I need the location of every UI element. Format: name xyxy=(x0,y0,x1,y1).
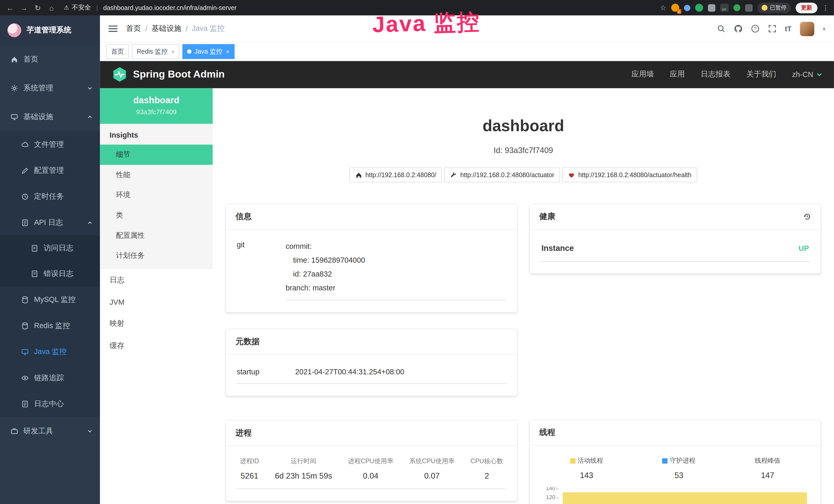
sidebar-item-file-mgmt[interactable]: 文件管理 xyxy=(0,131,100,157)
extension-grid-icon[interactable] xyxy=(708,4,715,12)
sba-nav-journal[interactable]: 日志报表 xyxy=(701,70,730,79)
sidebar-item-infrastructure[interactable]: 基础设施 xyxy=(0,103,100,132)
sba-nav-wallboard[interactable]: 应用墙 xyxy=(632,70,654,79)
sidebar-item-system-mgmt[interactable]: 系统管理 xyxy=(0,74,100,103)
sba-menu-logs[interactable]: 日志 xyxy=(100,269,213,292)
extension-drop-icon[interactable] xyxy=(684,5,690,11)
tab-java-monitor[interactable]: Java 监控 × xyxy=(183,44,234,59)
bookmark-star-icon[interactable]: ☆ xyxy=(660,4,666,12)
metadata-card-body: startup 2021-04-27T00:44:31.254+08:00 xyxy=(226,355,517,396)
sba-menu-metrics[interactable]: 性能 xyxy=(100,165,213,185)
sidebar-item-java-monitor[interactable]: Java 监控 xyxy=(0,339,100,365)
browser-menu-icon[interactable]: ⋮ xyxy=(822,4,829,12)
tab-label: Redis 监控 xyxy=(137,47,168,56)
sidebar-item-label: 基础设施 xyxy=(23,112,53,122)
browser-home-icon[interactable]: ⌂ xyxy=(47,3,56,12)
address-bar[interactable]: ⚠ 不安全 | dashboard.yudao.iocoder.cn/infra… xyxy=(64,3,237,12)
sba-menu-details[interactable]: 细节 xyxy=(100,144,213,165)
on-badge: on xyxy=(720,7,728,11)
legend-value: 147 xyxy=(755,471,780,480)
sba-menu-scheduled-tasks[interactable]: 计划任务 xyxy=(100,246,213,266)
sba-menu-jvm[interactable]: JVM xyxy=(100,292,213,313)
font-size-icon[interactable]: tT xyxy=(785,25,791,33)
health-url-link[interactable]: http://192.168.0.2:48080/actuator/health xyxy=(562,168,697,183)
app-title: 芋道管理系统 xyxy=(27,25,71,35)
sidebar-item-label: 配置管理 xyxy=(34,166,64,175)
extension-on-switch-icon[interactable]: on xyxy=(720,4,728,12)
help-icon[interactable]: ? xyxy=(751,25,759,33)
tab-redis-monitor[interactable]: Redis 监控 × xyxy=(132,44,179,59)
extension-puzzle-icon[interactable] xyxy=(745,4,752,12)
breadcrumb-current: Java 监控 xyxy=(192,24,224,33)
metadata-card-title: 元数据 xyxy=(236,337,259,347)
sba-nav-about[interactable]: 关于我们 xyxy=(746,70,776,79)
info-value: commit: time: 1596289704000 id: 27aa832 … xyxy=(286,239,506,300)
database-icon xyxy=(21,296,29,303)
browser-reload-icon[interactable]: ↻ xyxy=(33,3,42,12)
sba-brand[interactable]: Spring Boot Admin xyxy=(112,67,225,83)
sba-menu-mappings[interactable]: 映射 xyxy=(100,313,213,335)
sba-menu-caches[interactable]: 缓存 xyxy=(100,335,213,358)
sidebar-item-error-log[interactable]: 错误日志 xyxy=(0,261,100,287)
user-avatar[interactable] xyxy=(800,22,814,36)
sba-menu-classes[interactable]: 类 xyxy=(100,205,213,225)
breadcrumb-infrastructure[interactable]: 基础设施 xyxy=(152,24,181,33)
breadcrumb: 首页 / 基础设施 / Java 监控 xyxy=(126,24,225,33)
instance-title: dashboard xyxy=(225,117,821,135)
browser-update-button[interactable]: 更新 xyxy=(796,2,817,13)
legend-peak-threads: 线程峰值 147 xyxy=(755,456,780,480)
sidebar-item-log-center[interactable]: 日志中心 xyxy=(0,391,100,417)
avatar-caret-icon[interactable]: ▾ xyxy=(823,26,825,32)
git-branch-line: branch: master xyxy=(286,281,506,295)
extension-leaf-icon[interactable] xyxy=(733,4,740,11)
sba-nav-applications[interactable]: 应用 xyxy=(670,70,685,79)
sidebar-item-label: MySQL 监控 xyxy=(34,295,76,304)
health-card: 健康 Instance UP xyxy=(529,204,821,274)
sidebar-item-trace[interactable]: 链路追踪 xyxy=(0,365,100,391)
browser-back-icon[interactable]: ← xyxy=(5,3,15,12)
gear-icon xyxy=(10,85,18,92)
sba-header: Spring Boot Admin 应用墙 应用 日志报表 关于我们 zh-CN xyxy=(100,61,834,88)
close-icon[interactable]: × xyxy=(226,48,229,55)
hamburger-icon[interactable] xyxy=(108,26,117,32)
app-logo-area[interactable]: 芋道管理系统 xyxy=(0,16,100,45)
instance-links: http://192.168.0.2:48080/ http://192.168… xyxy=(225,168,821,183)
sidebar-item-home[interactable]: 首页 xyxy=(0,45,100,74)
github-icon[interactable] xyxy=(734,25,742,33)
extension-fox-icon[interactable]: 1 xyxy=(671,4,679,12)
sidebar-item-config-mgmt[interactable]: 配置管理 xyxy=(0,157,100,183)
close-icon[interactable]: × xyxy=(171,48,175,55)
cards-right-column: 健康 Instance UP xyxy=(529,204,821,504)
sidebar-item-cron-jobs[interactable]: 定时任务 xyxy=(0,183,100,209)
tab-home[interactable]: 首页 xyxy=(106,44,129,59)
chevron-up-icon xyxy=(87,114,93,120)
extension-green-circle-icon[interactable] xyxy=(695,4,703,12)
monitor-icon xyxy=(21,348,29,356)
document-icon xyxy=(21,219,29,226)
browser-forward-icon[interactable]: → xyxy=(19,3,29,12)
stat-value: 5261 xyxy=(240,471,259,480)
actuator-url-link[interactable]: http://192.168.0.2:48080/actuator xyxy=(444,168,560,183)
history-icon[interactable] xyxy=(803,213,811,221)
stat-value: 6d 23h 15m 59s xyxy=(275,471,332,480)
info-card: 信息 git commit: time: 1596289704000 id: 2 xyxy=(225,204,518,313)
breadcrumb-home[interactable]: 首页 xyxy=(126,24,141,33)
instance-url-link[interactable]: http://192.168.0.2:48080/ xyxy=(349,168,442,183)
sba-sidebar: dashboard 93a3fc7f7409 Insights 细节 性能 环境… xyxy=(100,88,213,504)
monitor-icon xyxy=(10,113,18,121)
sidebar-item-api-log[interactable]: API 日志 xyxy=(0,209,100,235)
sba-menu-environment[interactable]: 环境 xyxy=(100,185,213,205)
card-title: 信息 xyxy=(226,204,517,230)
sba-locale-select[interactable]: zh-CN xyxy=(792,70,822,79)
paused-extension-pill[interactable]: 已暂停 xyxy=(757,2,791,13)
sidebar-item-mysql-monitor[interactable]: MySQL 监控 xyxy=(0,287,100,313)
home-icon xyxy=(355,171,362,179)
fullscreen-icon[interactable] xyxy=(768,25,776,33)
search-icon[interactable] xyxy=(717,25,725,33)
sba-content: dashboard 93a3fc7f7409 Insights 细节 性能 环境… xyxy=(100,88,834,504)
sidebar-item-dev-tools[interactable]: 研发工具 xyxy=(0,417,100,445)
sba-instance-header[interactable]: dashboard 93a3fc7f7409 xyxy=(100,88,213,124)
sidebar-item-redis-monitor[interactable]: Redis 监控 xyxy=(0,313,100,339)
sba-menu-config-props[interactable]: 配置属性 xyxy=(100,225,213,246)
sidebar-item-access-log[interactable]: 访问日志 xyxy=(0,235,100,261)
